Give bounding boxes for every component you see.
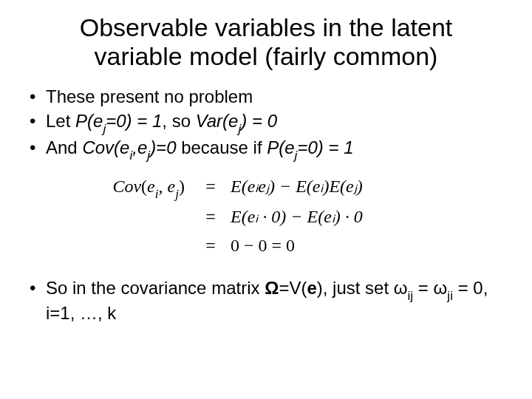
b4-t3: ), just set ω [317, 278, 408, 298]
b2-v1: Var(e [196, 111, 239, 131]
b3-sub2: j [147, 148, 150, 163]
slide-title: Observable variables in the latent varia… [37, 13, 495, 71]
math-rhs-1: E(eᵢeⱼ) − E(eᵢ)E(eⱼ) [220, 172, 363, 200]
b2-p2: =0) = 1 [106, 111, 162, 131]
math-eq-3: = [201, 231, 220, 259]
math-rhs-2: E(eᵢ · 0) − E(eᵢ) · 0 [220, 202, 363, 231]
m-e1: e [147, 177, 155, 196]
bullet-1-text: These present no problem [46, 86, 253, 106]
math-lhs: Cov(ei, ej) [55, 172, 201, 202]
m-e2: e [168, 177, 176, 196]
m-comma: , [159, 177, 168, 196]
m-fn: Cov [112, 177, 141, 196]
math-eq-2: = [201, 202, 220, 231]
b4-sub1: ij [408, 288, 414, 303]
b3-comma: , [132, 137, 137, 157]
math-eq-1: = [201, 172, 220, 200]
bullet-1: These present no problem [27, 86, 510, 109]
b2-p1: P(e [75, 111, 103, 131]
math-rhs-3: 0 − 0 = 0 [220, 231, 295, 259]
math-row-2: = E(eᵢ · 0) − E(eᵢ) · 0 [55, 202, 510, 231]
bullet-4: So in the covariance matrix Ω=V(e), just… [27, 277, 510, 325]
b3-sub3: j [295, 148, 298, 163]
bullet-2: Let P(ej=0) = 1, so Var(ej) = 0 [27, 110, 510, 135]
b4-t4: = ω [413, 278, 447, 298]
b3-mid: because if [176, 137, 267, 157]
math-row-1: Cov(ei, ej) = E(eᵢeⱼ) − E(eᵢ)E(eⱼ) [55, 172, 510, 202]
b3-p1: P(e [267, 137, 294, 157]
bullet-3: And Cov(ei,ej)=0 because if P(ej=0) = 1 [27, 137, 510, 162]
b2-pre: Let [46, 111, 75, 131]
b4-t1: So in the covariance matrix [46, 278, 265, 298]
b3-c3: )=0 [150, 137, 176, 157]
b3-p2: =0) = 1 [297, 137, 353, 157]
math-rhs-3-text: 0 − 0 = 0 [231, 236, 295, 255]
b2-sub1: j [103, 121, 106, 136]
b3-pre: And [46, 137, 82, 157]
b4-t2: =V( [279, 278, 307, 298]
m-open: ( [141, 177, 147, 196]
bullet-list-2: So in the covariance matrix Ω=V(e), just… [27, 277, 510, 325]
math-row-3: = 0 − 0 = 0 [55, 231, 510, 259]
b2-mid: , so [162, 111, 195, 131]
m-j: j [175, 187, 179, 201]
b3-c1: Cov(e [82, 137, 129, 157]
b3-c2: e [137, 137, 147, 157]
b4-omega: Ω [265, 278, 279, 298]
b3-sub1: i [129, 148, 132, 163]
slide: Observable variables in the latent varia… [0, 0, 532, 399]
m-close: ) [179, 177, 185, 196]
b2-v2: ) = 0 [241, 111, 277, 131]
math-block: Cov(ei, ej) = E(eᵢeⱼ) − E(eᵢ)E(eⱼ) = E(e… [55, 172, 510, 259]
b4-e: e [307, 278, 316, 298]
m-i: i [155, 187, 159, 201]
b2-sub2: j [238, 121, 241, 136]
bullet-list: These present no problem Let P(ej=0) = 1… [27, 86, 510, 162]
b4-sub2: ji [447, 288, 453, 303]
